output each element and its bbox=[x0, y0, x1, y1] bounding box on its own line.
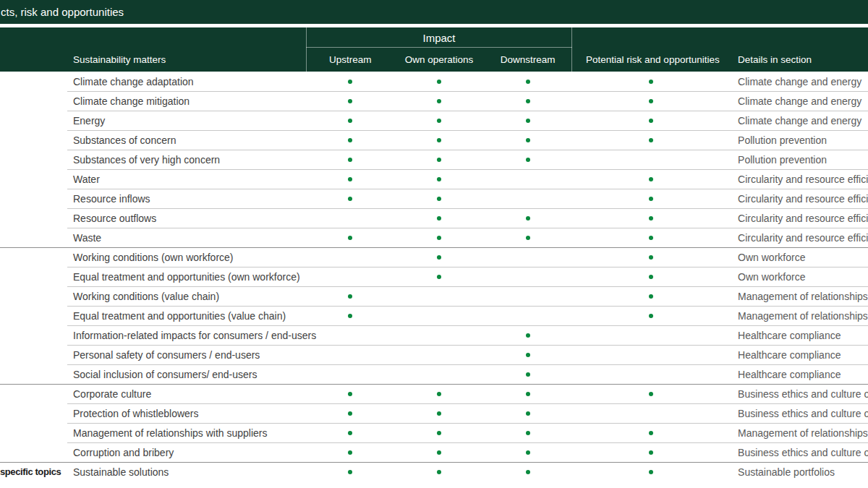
impact-cell-own-operations bbox=[395, 392, 484, 396]
table-row: Substances of concernPollution preventio… bbox=[0, 130, 868, 150]
impact-cell-upstream bbox=[306, 177, 395, 181]
matter-label: Social inclusion of consumers/ end-users bbox=[67, 369, 306, 380]
risk-cell bbox=[572, 255, 729, 260]
matter-label: Equal treatment and opportunities (value… bbox=[67, 310, 306, 322]
details-label: Climate change and energy bbox=[729, 95, 868, 107]
impact-cell-upstream bbox=[306, 236, 395, 240]
table-row: Personal safety of consumers / end-users… bbox=[0, 345, 868, 364]
impact-dot bbox=[437, 470, 441, 474]
details-label: Pollution prevention bbox=[729, 154, 868, 166]
details-label: Circularity and resource efficiency bbox=[729, 174, 868, 185]
impact-dot bbox=[437, 80, 441, 84]
details-label: Management of relationships with supplie… bbox=[729, 310, 868, 322]
table-row: Working conditions (value chain)Manageme… bbox=[0, 286, 868, 306]
impact-cell-downstream bbox=[483, 333, 572, 338]
details-label: Own workforce bbox=[729, 271, 868, 283]
section-label: specific topics bbox=[0, 466, 67, 477]
details-label: Circularity and resource efficiency bbox=[729, 232, 868, 244]
impact-dot bbox=[348, 119, 352, 123]
table-section: Working conditions (own workforce)Own wo… bbox=[0, 247, 868, 384]
impact-dot bbox=[526, 431, 530, 435]
impact-dot bbox=[526, 333, 530, 338]
column-header-own-operations: Own operations bbox=[395, 54, 484, 65]
table-row: Equal treatment and opportunities (own w… bbox=[0, 267, 868, 286]
impact-dot bbox=[526, 236, 530, 240]
impact-cell-own-operations bbox=[395, 80, 484, 84]
impact-dot bbox=[437, 411, 441, 416]
table-row: WaterCircularity and resource efficiency bbox=[0, 169, 868, 189]
impact-cell-upstream bbox=[306, 411, 395, 416]
matter-label: Resource outflows bbox=[67, 213, 306, 224]
impact-cell-own-operations bbox=[395, 197, 484, 201]
impact-dot bbox=[649, 177, 653, 181]
risk-cell bbox=[572, 197, 729, 201]
table-row: Corporate cultureBusiness ethics and cul… bbox=[0, 384, 868, 403]
risk-cell bbox=[572, 294, 729, 299]
impact-cell-own-operations bbox=[395, 255, 484, 260]
impact-dot bbox=[348, 411, 352, 416]
impact-cell-own-operations bbox=[395, 275, 484, 279]
table-section: Climate change adaptationClimate change … bbox=[0, 72, 868, 247]
impact-cell-upstream bbox=[306, 294, 395, 299]
matter-label: Working conditions (own workforce) bbox=[67, 252, 306, 263]
impact-dot bbox=[649, 80, 653, 84]
impact-dot bbox=[526, 411, 530, 416]
impact-dot bbox=[649, 99, 653, 103]
details-label: Circularity and resource efficiency bbox=[729, 213, 868, 224]
table-row: Social inclusion of consumers/ end-users… bbox=[0, 364, 868, 384]
column-header-sustainability-matters: Sustainability matters bbox=[67, 54, 306, 65]
impact-dot bbox=[348, 138, 352, 142]
impact-dot bbox=[437, 99, 441, 103]
table-section: specific topicsSustainable solutionsSust… bbox=[0, 462, 868, 481]
impact-dot bbox=[649, 138, 653, 142]
impact-group-header: Impact bbox=[306, 27, 572, 48]
risk-cell bbox=[572, 138, 729, 142]
impact-cell-own-operations bbox=[395, 119, 484, 123]
table-row: Climate change adaptationClimate change … bbox=[0, 72, 868, 91]
table-row: Protection of whistleblowersBusiness eth… bbox=[0, 403, 868, 423]
matter-label: Information-related impacts for consumer… bbox=[67, 330, 306, 341]
impact-cell-upstream bbox=[306, 158, 395, 162]
impact-dot bbox=[348, 177, 352, 181]
table-row: Climate change mitigationClimate change … bbox=[0, 91, 868, 111]
page-title: cts, risk and opportunities bbox=[1, 6, 124, 18]
impact-cell-downstream bbox=[483, 99, 572, 103]
impact-dot bbox=[348, 80, 352, 84]
impact-dot bbox=[437, 119, 441, 123]
table-row: Resource inflowsCircularity and resource… bbox=[0, 189, 868, 208]
impact-dot bbox=[437, 450, 441, 455]
page-title-bar: cts, risk and opportunities bbox=[0, 0, 868, 24]
column-header-downstream: Downstream bbox=[483, 54, 572, 65]
impact-dot bbox=[526, 138, 530, 142]
impact-dot bbox=[649, 392, 653, 396]
impact-dot bbox=[649, 450, 653, 455]
impact-cell-downstream bbox=[483, 450, 572, 455]
table-row: specific topicsSustainable solutionsSust… bbox=[0, 462, 868, 481]
matter-label: Climate change mitigation bbox=[67, 95, 306, 107]
matter-label: Water bbox=[67, 174, 306, 185]
risk-cell bbox=[572, 450, 729, 455]
impact-dot bbox=[348, 294, 352, 299]
matter-label: Energy bbox=[67, 115, 306, 127]
impact-cell-upstream bbox=[306, 470, 395, 474]
impact-dot bbox=[649, 294, 653, 299]
impact-dot bbox=[437, 158, 441, 162]
matter-label: Waste bbox=[67, 232, 306, 244]
impact-cell-downstream bbox=[483, 138, 572, 142]
details-label: Circularity and resource efficiency bbox=[729, 193, 868, 205]
impact-dot bbox=[526, 216, 530, 221]
risk-cell bbox=[572, 119, 729, 123]
impact-dot bbox=[348, 314, 352, 318]
impact-dot bbox=[348, 236, 352, 240]
impact-dot bbox=[437, 431, 441, 435]
impact-dot bbox=[526, 353, 530, 357]
impact-dot bbox=[348, 99, 352, 103]
risk-cell bbox=[572, 236, 729, 240]
impact-dot bbox=[437, 197, 441, 201]
risk-cell bbox=[572, 99, 729, 103]
impact-cell-own-operations bbox=[395, 158, 484, 162]
impact-cell-own-operations bbox=[395, 431, 484, 435]
details-label: Business ethics and culture of integrity bbox=[729, 408, 868, 419]
impact-cell-downstream bbox=[483, 236, 572, 240]
impact-cell-own-operations bbox=[395, 177, 484, 181]
